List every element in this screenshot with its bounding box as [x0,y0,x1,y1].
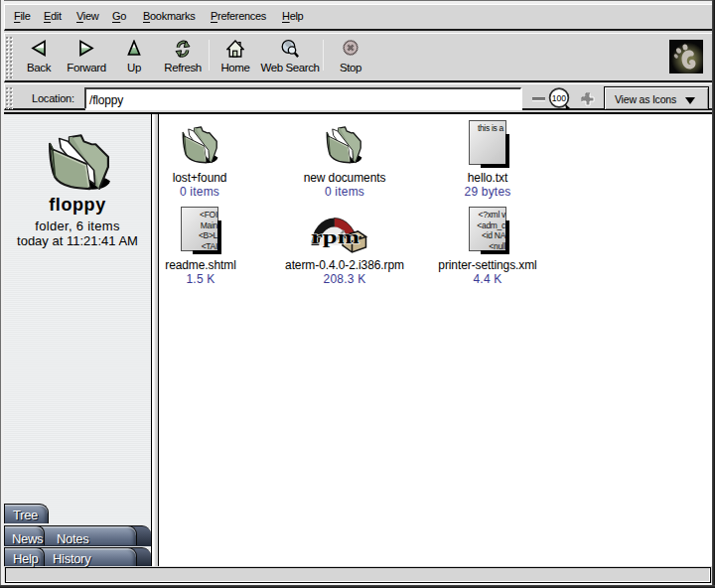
svg-text:rpm: rpm [311,227,359,247]
svg-text:100: 100 [552,93,567,103]
